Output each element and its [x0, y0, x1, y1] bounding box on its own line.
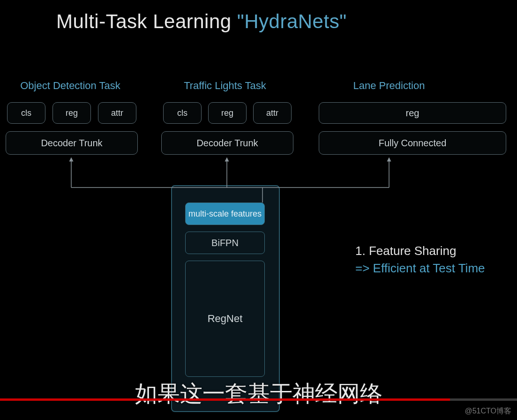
head-box-reg: reg	[52, 102, 91, 124]
col-title-object-detection: Object Detection Task	[0, 80, 141, 92]
backbone-bifpn: BiFPN	[185, 232, 265, 254]
note-line-1: 1. Feature Sharing	[355, 244, 485, 258]
title-accent: "HydraNets"	[237, 10, 347, 32]
video-progress-track[interactable]	[0, 398, 517, 401]
feature-sharing-note: 1. Feature Sharing => Efficient at Test …	[355, 244, 485, 276]
slide-title: Multi-Task Learning "HydraNets"	[56, 10, 347, 33]
backbone-multi-scale-features: multi-scale features	[185, 202, 265, 225]
head-box-cls: cls	[7, 102, 45, 124]
head-box-attr: attr	[98, 102, 136, 124]
head-box-reg-wide: reg	[319, 102, 506, 124]
video-progress-played	[0, 398, 450, 401]
watermark-text: @51CTO博客	[465, 406, 511, 416]
head-box-reg-2: reg	[208, 102, 247, 124]
trunk-box-traffic-lights: Decoder Trunk	[161, 131, 293, 155]
col-title-traffic-lights: Traffic Lights Task	[155, 80, 295, 92]
head-box-attr-2: attr	[253, 102, 292, 124]
trunk-box-lane-prediction: Fully Connected	[319, 131, 506, 155]
title-main: Multi-Task Learning	[56, 10, 232, 32]
col-title-lane-prediction: Lane Prediction	[319, 80, 459, 92]
backbone-regnet: RegNet	[185, 261, 265, 377]
trunk-box-object-detection: Decoder Trunk	[6, 131, 138, 155]
note-line-2: => Efficient at Test Time	[355, 261, 485, 276]
video-subtitle: 如果这一套基于神经网络	[0, 379, 517, 409]
head-box-cls-2: cls	[163, 102, 202, 124]
